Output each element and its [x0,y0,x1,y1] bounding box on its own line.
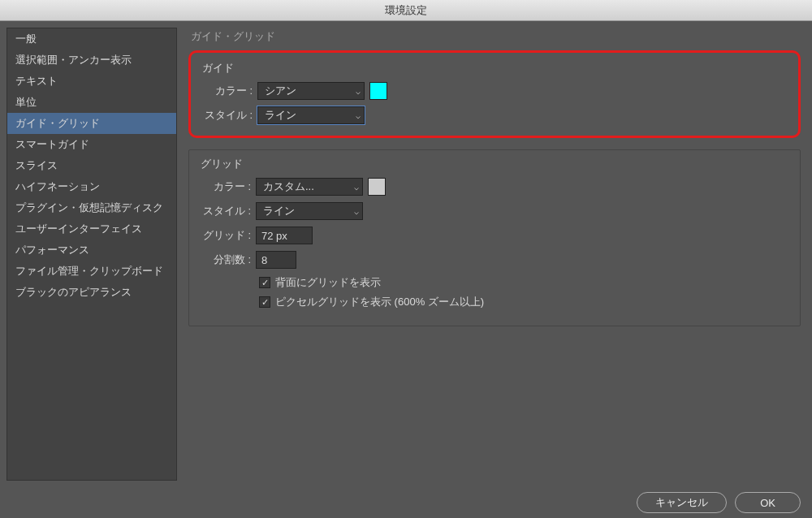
checkbox-label: 背面にグリッドを表示 [275,275,381,290]
chevron-down-icon: ⌵ [354,207,359,216]
sidebar-item-blackappearance[interactable]: ブラックのアピアランス [7,282,176,303]
dropdown-label: ライン [265,108,296,123]
chevron-down-icon: ⌵ [356,111,361,120]
guide-color-row: カラー : シアン ⌵ [202,82,787,100]
grid-subdiv-label: 分割数 : [201,253,251,267]
guide-color-swatch[interactable] [369,82,387,100]
sidebar-item-general[interactable]: 一般 [7,28,176,50]
grid-style-label: スタイル : [201,204,251,218]
guide-section: ガイド カラー : シアン ⌵ スタイル : ライン ⌵ [188,50,801,138]
sidebar-item-label: プラグイン・仮想記憶ディスク [15,201,163,214]
grid-subdiv-input[interactable] [256,251,296,269]
guide-style-dropdown[interactable]: ライン ⌵ [257,106,365,124]
footer: キャンセル OK [0,487,812,518]
grid-color-swatch[interactable] [368,178,386,196]
sidebar-item-label: テキスト [15,75,58,87]
sidebar-item-label: ガイド・グリッド [15,117,100,129]
sidebar-item-label: 単位 [15,96,37,108]
grid-style-row: スタイル : ライン ⌵ [201,202,788,220]
cancel-button[interactable]: キャンセル [637,492,727,513]
main-title: ガイド・グリッド [188,29,801,44]
dropdown-label: ライン [263,204,295,218]
sidebar-item-guides-grid[interactable]: ガイド・グリッド [7,113,176,134]
dropdown-label: カスタム... [263,179,314,194]
grid-spacing-label: グリッド : [201,228,251,243]
sidebar-item-filehandling[interactable]: ファイル管理・クリップボード [7,261,176,282]
sidebar: 一般 選択範囲・アンカー表示 テキスト 単位 ガイド・グリッド スマートガイド … [6,28,177,481]
sidebar-item-label: 選択範囲・アンカー表示 [15,54,132,66]
sidebar-item-ui[interactable]: ユーザーインターフェイス [7,218,176,240]
window-body: 一般 選択範囲・アンカー表示 テキスト 単位 ガイド・グリッド スマートガイド … [0,21,812,487]
sidebar-item-slice[interactable]: スライス [7,155,176,176]
guide-style-label: スタイル : [202,108,253,123]
grid-spacing-input[interactable] [256,227,313,244]
sidebar-item-hyphenation[interactable]: ハイフネーション [7,176,176,197]
sidebar-item-label: ファイル管理・クリップボード [15,265,163,277]
sidebar-item-label: スライス [15,159,58,171]
grid-subdiv-row: 分割数 : [201,251,788,269]
sidebar-item-smart-guides[interactable]: スマートガイド [7,134,176,155]
window-title: 環境設定 [385,3,427,18]
sidebar-item-plugins[interactable]: プラグイン・仮想記憶ディスク [7,197,176,218]
guide-style-row: スタイル : ライン ⌵ [202,106,787,124]
sidebar-item-label: ユーザーインターフェイス [15,222,142,235]
grid-pixel-checkbox[interactable]: ✓ [259,296,270,308]
sidebar-item-label: ハイフネーション [15,180,100,192]
dropdown-label: シアン [265,84,296,98]
sidebar-item-selection[interactable]: 選択範囲・アンカー表示 [7,50,176,71]
sidebar-item-label: スマートガイド [15,138,89,150]
grid-pixel-checkbox-row: ✓ ピクセルグリッドを表示 (600% ズーム以上) [259,295,788,309]
grid-spacing-row: グリッド : [201,227,788,244]
sidebar-item-performance[interactable]: パフォーマンス [7,240,176,261]
main-panel: ガイド・グリッド ガイド カラー : シアン ⌵ スタイル : ライン ⌵ グリ… [177,21,812,487]
button-label: OK [760,497,775,509]
grid-back-checkbox[interactable]: ✓ [259,277,270,288]
sidebar-item-label: ブラックのアピアランス [15,286,132,298]
sidebar-item-units[interactable]: 単位 [7,92,176,113]
ok-button[interactable]: OK [735,492,801,513]
sidebar-item-label: パフォーマンス [15,244,89,256]
grid-legend: グリッド [201,157,788,171]
grid-color-dropdown[interactable]: カスタム... ⌵ [256,178,363,196]
button-label: キャンセル [655,495,708,510]
grid-section: グリッド カラー : カスタム... ⌵ スタイル : ライン ⌵ グリッド : [188,149,801,326]
chevron-down-icon: ⌵ [354,183,359,192]
guide-color-dropdown[interactable]: シアン ⌵ [257,82,365,100]
guide-legend: ガイド [202,61,787,76]
chevron-down-icon: ⌵ [356,87,361,96]
sidebar-item-text[interactable]: テキスト [7,71,176,92]
grid-color-label: カラー : [201,179,251,194]
sidebar-item-label: 一般 [15,32,37,45]
grid-color-row: カラー : カスタム... ⌵ [201,178,788,196]
titlebar: 環境設定 [0,0,812,21]
guide-color-label: カラー : [202,84,253,98]
grid-style-dropdown[interactable]: ライン ⌵ [256,202,363,220]
checkbox-label: ピクセルグリッドを表示 (600% ズーム以上) [275,295,484,309]
grid-back-checkbox-row: ✓ 背面にグリッドを表示 [259,275,788,290]
